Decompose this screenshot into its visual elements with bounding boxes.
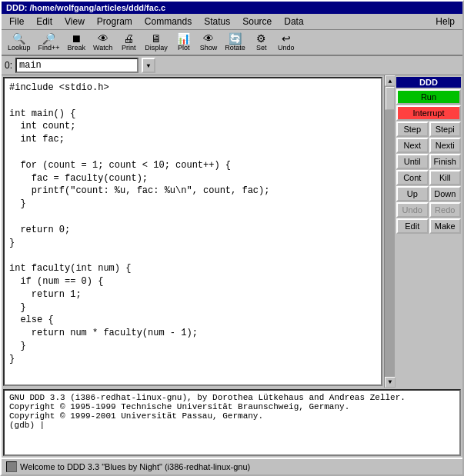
toolbar-display-button[interactable]: 🖥 Display xyxy=(142,32,171,53)
output-line-3: Copyright © 1999-2001 Universität Passau… xyxy=(9,411,455,421)
until-button[interactable]: Until xyxy=(396,154,429,169)
interrupt-button[interactable]: Interrupt xyxy=(396,105,461,121)
output-line-4[interactable]: (gdb) | xyxy=(9,421,455,430)
location-dropdown[interactable]: ▼ xyxy=(142,58,155,73)
code-area: #include <stdio.h> int main() { int coun… xyxy=(3,77,382,386)
btn-row-until: Until Finish xyxy=(396,154,461,169)
toolbar-plot-button[interactable]: 📊 Plot xyxy=(172,32,195,53)
button-panel: DDD Run Interrupt Step Stepi Next Nexti … xyxy=(395,75,462,388)
toolbar-break-label: Break xyxy=(68,44,86,52)
output-line-2: Copyright © 1995-1999 Technische Univers… xyxy=(9,402,455,411)
finish-button[interactable]: Finish xyxy=(429,154,462,169)
make-button[interactable]: Make xyxy=(429,218,462,234)
step-button[interactable]: Step xyxy=(396,121,429,137)
run-button[interactable]: Run xyxy=(396,89,461,105)
toolbar-undo-label: Undo xyxy=(278,44,295,52)
nexti-button[interactable]: Nexti xyxy=(429,138,462,153)
output-line-1: GNU DDD 3.3 (i386-redhat-linux-gnu), by … xyxy=(9,393,455,402)
undo-icon: ↩ xyxy=(282,33,291,44)
edit-button[interactable]: Edit xyxy=(396,218,429,234)
location-input[interactable] xyxy=(15,58,139,73)
menu-source[interactable]: Source xyxy=(236,15,278,28)
undo-ctrl-button[interactable]: Undo xyxy=(396,202,429,218)
location-bar: 0: ▼ xyxy=(2,56,462,75)
menu-file[interactable]: File xyxy=(3,15,30,28)
kill-button[interactable]: Kill xyxy=(429,170,462,185)
print-icon: 🖨 xyxy=(123,33,134,44)
btn-row-edit: Edit Make xyxy=(396,218,461,234)
toolbar-lookup-button[interactable]: 🔍 Lookup xyxy=(5,32,34,53)
toolbar-rotate-label: Rotate xyxy=(225,44,245,52)
code-content[interactable]: #include <stdio.h> int main() { int coun… xyxy=(5,78,381,369)
toolbar-lookup-label: Lookup xyxy=(8,44,31,52)
up-button[interactable]: Up xyxy=(396,186,429,201)
btn-row-step: Step Stepi xyxy=(396,121,461,137)
toolbar-show-label: Show xyxy=(200,44,218,52)
rotate-icon: 🔄 xyxy=(229,33,242,44)
ddd-label: DDD xyxy=(396,77,461,88)
scroll-down-button[interactable]: ▼ xyxy=(385,377,396,388)
toolbar-rotate-button[interactable]: 🔄 Rotate xyxy=(222,32,249,53)
stepi-button[interactable]: Stepi xyxy=(429,121,462,137)
menu-data[interactable]: Data xyxy=(278,15,309,28)
status-bar: Welcome to DDD 3.3 "Blues by Night" (i38… xyxy=(2,458,462,474)
output-area: GNU DDD 3.3 (i386-redhat-linux-gnu), by … xyxy=(3,389,461,456)
redo-button[interactable]: Redo xyxy=(429,202,462,218)
toolbar-break-button[interactable]: ⏹ Break xyxy=(65,32,89,53)
cont-button[interactable]: Cont xyxy=(396,170,429,185)
title-bar: DDD: /home/wolfgang/articles/ddd/fac.c xyxy=(2,2,462,14)
menu-help[interactable]: Help xyxy=(429,15,461,28)
toolbar-set-label: Set xyxy=(256,44,267,52)
toolbar-undo-button[interactable]: ↩ Undo xyxy=(275,32,298,53)
lookup-icon: 🔍 xyxy=(12,33,25,44)
toolbar: 🔍 Lookup 🔎 Find++ ⏹ Break 👁 Watch 🖨 Prin… xyxy=(2,30,462,56)
main-area: #include <stdio.h> int main() { int coun… xyxy=(2,75,462,388)
toolbar-show-button[interactable]: 👁 Show xyxy=(197,32,221,53)
watch-icon: 👁 xyxy=(98,33,108,44)
status-icon xyxy=(6,461,17,472)
menu-edit[interactable]: Edit xyxy=(30,15,58,28)
btn-row-interrupt: Interrupt xyxy=(396,105,461,121)
toolbar-set-button[interactable]: ⚙ Set xyxy=(250,32,273,53)
toolbar-display-label: Display xyxy=(145,44,168,52)
location-label: 0: xyxy=(5,60,12,71)
toolbar-print-button[interactable]: 🖨 Print xyxy=(117,32,140,53)
status-text: Welcome to DDD 3.3 "Blues by Night" (i38… xyxy=(20,462,250,471)
toolbar-find-button[interactable]: 🔎 Find++ xyxy=(35,32,63,53)
scroll-up-button[interactable]: ▲ xyxy=(385,75,396,86)
find-icon: 🔎 xyxy=(42,33,55,44)
show-icon: 👁 xyxy=(203,33,214,44)
toolbar-print-label: Print xyxy=(122,44,136,52)
menu-program[interactable]: Program xyxy=(91,15,139,28)
down-button[interactable]: Down xyxy=(429,186,462,201)
next-button[interactable]: Next xyxy=(396,138,429,153)
toolbar-watch-button[interactable]: 👁 Watch xyxy=(90,32,115,53)
toolbar-find-label: Find++ xyxy=(38,44,60,52)
scroll-track xyxy=(385,86,395,377)
menu-bar: File Edit View Program Commands Status S… xyxy=(2,14,462,30)
break-icon: ⏹ xyxy=(71,33,82,44)
btn-row-next: Next Nexti xyxy=(396,138,461,153)
toolbar-watch-label: Watch xyxy=(93,44,112,52)
plot-icon: 📊 xyxy=(177,33,190,44)
toolbar-plot-label: Plot xyxy=(178,44,190,52)
code-scrollbar: ▲ ▼ xyxy=(384,75,395,388)
btn-row-undo: Undo Redo xyxy=(396,202,461,218)
menu-commands[interactable]: Commands xyxy=(139,15,198,28)
set-icon: ⚙ xyxy=(256,33,266,44)
title-text: DDD: /home/wolfgang/articles/ddd/fac.c xyxy=(6,3,165,12)
btn-row-cont: Cont Kill xyxy=(396,170,461,185)
scroll-thumb[interactable] xyxy=(386,87,395,110)
menu-view[interactable]: View xyxy=(58,15,91,28)
btn-row-up: Up Down xyxy=(396,186,461,201)
display-icon: 🖥 xyxy=(151,33,162,44)
menu-status[interactable]: Status xyxy=(198,15,236,28)
btn-row-run: Run xyxy=(396,89,461,105)
